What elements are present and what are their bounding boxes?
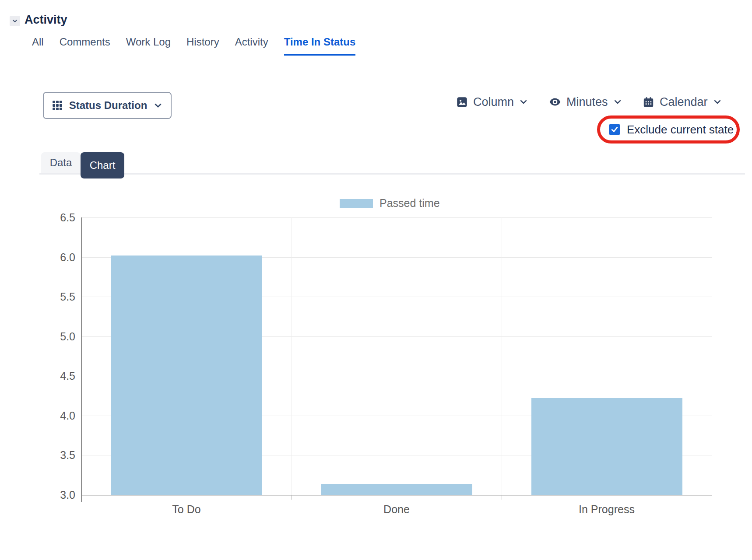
status-duration-label: Status Duration [69,99,148,112]
checkmark-icon [610,125,619,134]
y-tick-label: 4.5 [45,370,75,382]
column-label: Column [473,95,514,109]
exclude-current-state-label: Exclude current state [627,123,734,136]
chart-legend[interactable]: Passed time [340,197,440,210]
red-annotation-highlight: Exclude current state [597,116,740,144]
legend-label: Passed time [380,197,440,210]
legend-swatch [340,199,373,208]
bar-in-progress[interactable] [531,398,682,495]
tab-work-log[interactable]: Work Log [126,36,171,56]
activity-tabbar: All Comments Work Log History Activity T… [32,36,355,56]
chevron-down-icon [613,98,622,106]
x-category-label: In Progress [537,503,677,516]
x-category-label: Done [327,503,467,516]
column-dropdown[interactable]: Column [456,94,528,110]
chevron-down-icon [153,101,163,110]
calendar-icon [643,96,654,108]
y-tick-label: 4.0 [45,410,75,422]
tab-time-in-status[interactable]: Time In Status [284,36,356,56]
eye-icon [549,96,561,108]
y-tick-label: 3.5 [45,449,75,462]
panel-title: Activity [25,13,67,27]
bar-done[interactable] [321,484,472,495]
category-boundary-line [292,217,292,495]
x-axis-tick [712,495,712,500]
x-category-label: To Do [116,503,257,516]
calendar-label: Calendar [660,95,708,109]
y-axis-line [81,217,82,502]
y-tick-label: 5.5 [45,290,75,303]
y-tick-label: 6.0 [45,251,75,264]
x-axis-tick [502,495,502,500]
y-tick-label: 3.0 [45,489,75,501]
chevron-down-icon [519,98,528,106]
bar-to-do[interactable] [111,256,262,495]
time-in-status-panel: Activity All Comments Work Log History A… [0,0,752,560]
gridline-6.5 [81,217,712,218]
chevron-down-icon [11,18,18,24]
exclude-current-state-checkbox[interactable] [609,124,620,135]
x-axis-tick [292,495,292,500]
calendar-dropdown[interactable]: Calendar [643,94,722,110]
tab-activity[interactable]: Activity [235,36,268,56]
toggle-divider [39,173,745,175]
chevron-down-icon [713,98,722,106]
gridline-3.0 [81,495,712,496]
collapse-activity-button[interactable] [10,16,20,26]
tab-history[interactable]: History [186,36,219,56]
category-boundary-line [712,217,712,495]
tab-all[interactable]: All [32,36,44,56]
grid-icon [52,100,63,111]
tab-comments[interactable]: Comments [60,36,110,56]
toggle-data-tab[interactable]: Data [41,152,81,173]
toggle-chart-tab[interactable]: Chart [81,152,124,178]
minutes-dropdown[interactable]: Minutes [549,94,622,110]
chart-type-image-icon [456,96,468,108]
y-tick-label: 6.5 [45,211,75,224]
y-tick-label: 5.0 [45,330,75,343]
category-boundary-line [502,217,502,495]
minutes-label: Minutes [566,95,608,109]
status-duration-dropdown[interactable]: Status Duration [43,92,172,119]
